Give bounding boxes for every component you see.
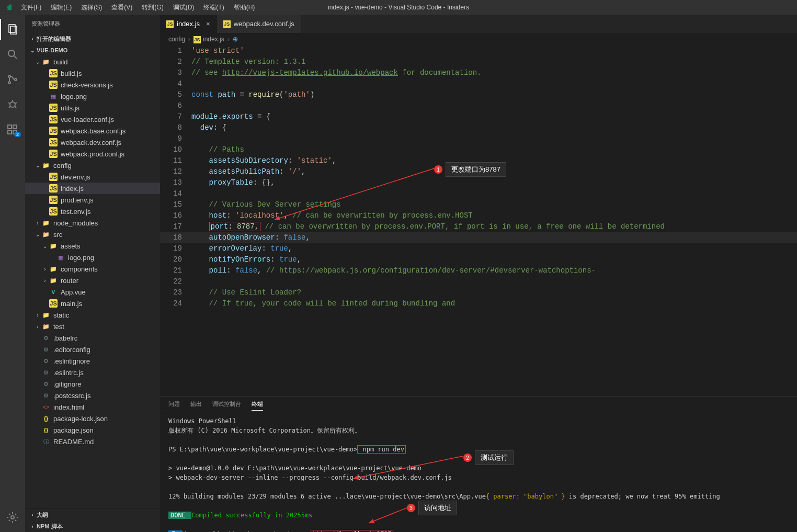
tree-item[interactable]: JSbuild.js [25, 67, 160, 79]
terminal[interactable]: Windows PowerShell版权所有 (C) 2016 Microsof… [160, 412, 797, 532]
tree-item[interactable]: JSwebpack.dev.conf.js [25, 137, 160, 148]
activity-extensions[interactable]: 2 [0, 119, 25, 140]
tree-item[interactable]: JSvue-loader.conf.js [25, 114, 160, 125]
tree-label: webpack.prod.conf.js [61, 150, 124, 158]
tree-item[interactable]: ⚙.postcssrc.js [25, 390, 160, 401]
menu-item[interactable]: 调试(D) [169, 1, 199, 14]
tree-item[interactable]: ⚙.eslintignore [25, 355, 160, 367]
tree-item[interactable]: JScheck-versions.js [25, 79, 160, 90]
tree-item[interactable]: ▦logo.png [25, 90, 160, 102]
tree-label: dev.env.js [61, 173, 90, 181]
svg-line-3 [14, 56, 17, 59]
tree-item[interactable]: ›📁components [25, 263, 160, 275]
tree-label: .babelrc [53, 334, 77, 342]
tree-item[interactable]: ›📁test [25, 321, 160, 332]
tree-item[interactable]: JStest.env.js [25, 206, 160, 217]
outline-section[interactable]: ›大纲 [25, 509, 160, 520]
tree-item[interactable]: ⚙.babelrc [25, 332, 160, 344]
menu-bar: 文件(F)编辑(E)选择(S)查看(V)转到(G)调试(D)终端(T)帮助(H) [17, 1, 259, 14]
tree-item[interactable]: ⓘREADME.md [25, 436, 160, 447]
breadcrumb-item[interactable]: ⊕ [233, 36, 238, 43]
tree-item[interactable]: ▦logo.png [25, 252, 160, 263]
activity-bar: 2 [0, 15, 25, 532]
tree-label: webpack.dev.conf.js [61, 139, 121, 146]
breadcrumb-item[interactable]: config [168, 36, 185, 43]
tree-label: build [53, 58, 67, 66]
menu-item[interactable]: 转到(G) [138, 1, 167, 14]
menu-item[interactable]: 编辑(E) [47, 1, 76, 14]
activity-scm[interactable] [0, 69, 25, 90]
tree-label: src [53, 231, 62, 239]
panel-tab[interactable]: 调试控制台 [212, 398, 241, 410]
file-icon: ⚙ [42, 334, 50, 342]
chevron-down-icon: ⌄ [29, 48, 36, 53]
tree-item[interactable]: JSmain.js [25, 298, 160, 309]
editor-tab[interactable]: JSwebpack.dev.conf.js [217, 15, 301, 33]
breadcrumb[interactable]: config›JSindex.js›⊕ [160, 33, 797, 46]
activity-debug[interactable] [0, 94, 25, 115]
tree-item[interactable]: ›📁static [25, 309, 160, 321]
root-folder[interactable]: ⌄ VUE-DEMO [25, 44, 160, 56]
menu-item[interactable]: 选择(S) [77, 1, 106, 14]
annotation-badge-2: 2 [463, 454, 472, 462]
tree-label: static [53, 311, 69, 319]
tree-item[interactable]: ⚙.eslintrc.js [25, 367, 160, 378]
activity-settings[interactable] [0, 507, 25, 528]
file-icon: JS [49, 150, 58, 158]
tree-item[interactable]: {}package-lock.json [25, 413, 160, 424]
svg-rect-14 [8, 130, 12, 134]
tree-label: .eslintrc.js [53, 369, 84, 377]
activity-search[interactable] [0, 44, 25, 65]
tree-item[interactable]: ›📁node_modules [25, 217, 160, 229]
svg-rect-16 [13, 125, 17, 129]
panel-tab[interactable]: 终端 [252, 398, 263, 411]
titlebar: 文件(F)编辑(E)选择(S)查看(V)转到(G)调试(D)终端(T)帮助(H)… [0, 0, 797, 15]
panel-tab[interactable]: 输出 [190, 398, 202, 410]
svg-rect-13 [8, 125, 12, 129]
breadcrumb-item[interactable]: JSindex.js [193, 36, 224, 43]
tree-item[interactable]: JSwebpack.base.conf.js [25, 125, 160, 137]
tree-item[interactable]: {}package.json [25, 424, 160, 436]
tree-item[interactable]: ⚙.gitignore [25, 378, 160, 390]
tree-label: components [61, 265, 98, 273]
folder-icon: 📁 [49, 242, 58, 250]
editor-tab[interactable]: JSindex.js× [160, 15, 217, 33]
tree-item[interactable]: JSwebpack.prod.conf.js [25, 148, 160, 160]
close-icon[interactable]: × [206, 20, 210, 28]
tree-label: App.vue [61, 288, 86, 296]
folder-icon: 📁 [42, 322, 50, 331]
file-icon: <> [42, 403, 50, 411]
tree-item[interactable]: JSdev.env.js [25, 171, 160, 183]
file-icon: ⚙ [42, 368, 50, 377]
tree-item[interactable]: ›📁router [25, 275, 160, 286]
menu-item[interactable]: 帮助(H) [230, 1, 259, 14]
tree-item[interactable]: JSprod.env.js [25, 194, 160, 206]
npm-scripts-section[interactable]: ›NPM 脚本 [25, 520, 160, 532]
file-icon: JS [49, 127, 58, 135]
tree-item[interactable]: ⚙.editorconfig [25, 344, 160, 355]
menu-item[interactable]: 查看(V) [107, 1, 136, 14]
tree-item[interactable]: ⌄📁build [25, 56, 160, 67]
folder-icon: 📁 [42, 230, 50, 239]
code-editor[interactable]: 1'use strict'2// Template version: 1.3.1… [160, 46, 797, 396]
vscode-logo-icon [4, 3, 13, 12]
tree-item[interactable]: ⌄📁assets [25, 240, 160, 252]
svg-point-5 [8, 82, 10, 84]
folder-icon: 📁 [49, 265, 58, 273]
tree-item[interactable]: ⌄📁config [25, 160, 160, 171]
file-icon: {} [42, 426, 50, 434]
menu-item[interactable]: 终端(T) [199, 1, 228, 14]
panel-tab[interactable]: 问题 [168, 398, 180, 410]
tree-item[interactable]: VApp.vue [25, 286, 160, 298]
tree-label: .gitignore [53, 380, 81, 388]
folder-icon: 📁 [42, 161, 50, 169]
menu-item[interactable]: 文件(F) [17, 1, 45, 14]
tree-item[interactable]: ⌄📁src [25, 229, 160, 240]
open-editors-section[interactable]: › 打开的编辑器 [25, 33, 160, 44]
file-tree: › 打开的编辑器 ⌄ VUE-DEMO ⌄📁build JSbuild.js J… [25, 33, 160, 508]
tree-item[interactable]: JSindex.js [25, 183, 160, 194]
tree-label: .editorconfig [53, 346, 90, 354]
activity-explorer[interactable] [0, 19, 25, 40]
tree-item[interactable]: JSutils.js [25, 102, 160, 114]
tree-item[interactable]: <>index.html [25, 401, 160, 413]
